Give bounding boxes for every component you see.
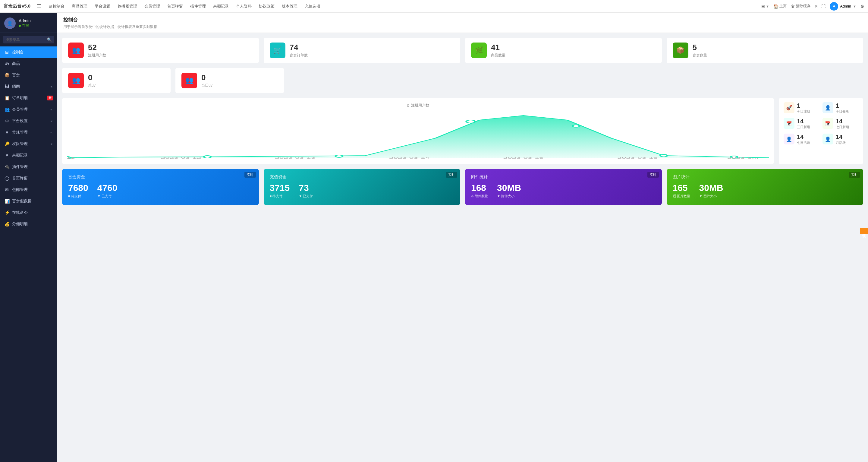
content-inner: 👥 52 注册用户数 🛒 74 盲盒订单数 🌿 41: [57, 38, 868, 210]
stats-row-1: 👥 52 注册用户数 🛒 74 盲盒订单数 🌿 41: [62, 38, 863, 63]
sidebar-item-mail[interactable]: ✉ 包邮管理: [0, 184, 57, 195]
7day-active-label: 七日活跃: [797, 141, 810, 145]
stat-card-total-uv: 👥 0 总uv: [62, 68, 170, 93]
nav-item-banner[interactable]: 轮播图管理: [115, 4, 140, 9]
photos-chevron-icon: ＜: [50, 84, 53, 89]
fullscreen-icon[interactable]: ⛶: [821, 4, 826, 9]
orders-stat-icon: 🛒: [270, 42, 285, 58]
copy-icon[interactable]: ⎘: [815, 4, 817, 9]
nav-item-dashboard[interactable]: ⊞控制台: [45, 4, 67, 9]
attachments-nums: 168 ⊕ 附件数量 30MB ▼ 附件大小: [471, 183, 656, 198]
top-navigation: 盲盒后台v5.0 ☰ ⊞控制台 商品管理 平台设置 轮播图管理 会员管理 首页弹…: [0, 0, 868, 13]
sidebar-item-plugins[interactable]: 🔌 插件管理: [0, 161, 57, 173]
nav-item-balance[interactable]: 余额记录: [210, 4, 232, 9]
registered-info: 52 注册用户数: [88, 43, 106, 58]
7day-new-num: 14: [836, 118, 849, 125]
stat-card-products: 🌿 41 商品数量: [465, 38, 662, 63]
members-chevron-icon: ＜: [50, 107, 53, 112]
sidebar: 👤 Admin 在线 🔍 ⊞ 控制台 🛍 商品 📦: [0, 13, 57, 462]
attachment-count: 168 ⊕ 附件数量: [471, 183, 488, 198]
blindbox-funds-nums: 7680 ■ 待支付 4760 ▼ 已支付: [68, 183, 253, 198]
registered-label: 注册用户数: [88, 53, 106, 58]
sidebar-item-platform[interactable]: ⚙ 平台设置 ＜: [0, 115, 57, 127]
stat-card-today-uv: 👥 0 当日uv: [176, 68, 284, 93]
sidebar-user-status: 在线: [19, 23, 31, 28]
nav-item-platform[interactable]: 平台设置: [92, 4, 113, 9]
sidebar-item-members[interactable]: 👥 会员管理 ＜: [0, 104, 57, 115]
today-login-icon: 👤: [823, 102, 833, 113]
products-num: 41: [491, 43, 505, 52]
attachments-title: 附件统计: [471, 174, 656, 180]
chart-section: 注册用户数: [62, 98, 863, 164]
sidebar-item-share[interactable]: 💰 分佣明细: [0, 218, 57, 230]
nav-item-popup[interactable]: 首页弹窗: [164, 4, 186, 9]
permissions-chevron-icon: ＜: [50, 142, 53, 146]
svg-text:2023-03-16: 2023-03-16: [617, 156, 658, 159]
7day-new-info: 14 七日新增: [836, 118, 849, 129]
svg-point-2: [336, 155, 342, 157]
sidebar-item-general[interactable]: ≡ 常规管理 ＜: [0, 127, 57, 138]
sidebar-item-balance[interactable]: ¥ 余额记录: [0, 150, 57, 161]
bottom-cards-row: 盲盒资金 实时 7680 ■ 待支付 4760 ▼ 已支付 充: [62, 169, 863, 205]
svg-point-5: [660, 154, 667, 157]
chart-svg-wrap: 3-11 2023-03-12 2023-03-13 2023-03-14 20…: [67, 111, 769, 159]
bottom-card-recharge-funds: 充值资金 实时 3715 ■ 待支付 73 ▼ 已支付: [264, 169, 461, 205]
online-icon: ⚡: [4, 210, 10, 215]
grid-view-icon[interactable]: ⊞ ▼: [761, 4, 769, 9]
stats-row-2: 👥 0 总uv 👥 0 当日uv: [62, 68, 863, 93]
sidebar-item-goods[interactable]: 🛍 商品: [0, 58, 57, 69]
platform-chevron-icon: ＜: [50, 119, 53, 123]
blindboxes-icon: 📦: [673, 42, 688, 58]
total-uv-info: 0 总uv: [88, 73, 96, 88]
7day-active-info: 14 七日活跃: [797, 134, 810, 145]
today-uv-num: 0: [201, 73, 213, 82]
feedback-float-tab[interactable]: 建议反馈: [860, 228, 868, 234]
sidebar-item-permissions[interactable]: 🔑 权限管理 ＜: [0, 138, 57, 150]
total-uv-num: 0: [88, 73, 96, 82]
sidebar-item-orders[interactable]: 📋 订单明细 新: [0, 92, 57, 104]
recharge-funds-paid: 73 ▼ 已支付: [299, 183, 313, 198]
nav-item-recharge[interactable]: 充值选项: [302, 4, 323, 9]
share-icon: 💰: [4, 222, 10, 227]
3day-new-num: 14: [797, 118, 810, 125]
images-title: 图片统计: [673, 174, 858, 180]
home-button[interactable]: 🏠 主页: [773, 4, 786, 9]
sidebar-item-dashboard[interactable]: ⊞ 控制台: [0, 47, 57, 58]
search-icon: 🔍: [47, 37, 52, 42]
nav-item-version[interactable]: 版本管理: [279, 4, 301, 9]
sidebar-item-online[interactable]: ⚡ 在线命令: [0, 207, 57, 218]
month-active-icon: 👤: [823, 134, 833, 144]
sidebar-item-popup[interactable]: ◯ 首页弹窗: [0, 173, 57, 184]
nav-item-goods[interactable]: 商品管理: [69, 4, 90, 9]
orders-new-badge: 新: [47, 95, 53, 100]
nav-item-policy[interactable]: 协议政策: [256, 4, 278, 9]
goods-icon: 🛍: [4, 61, 10, 66]
recharge-funds-badge: 实时: [446, 172, 457, 178]
status-dot-icon: [19, 25, 21, 27]
blindbox-funds-badge: 实时: [244, 172, 256, 178]
admin-user-menu[interactable]: A Admin ▼: [830, 2, 856, 10]
sidebar-search-box[interactable]: 🔍: [3, 36, 54, 44]
chart-title: 注册用户数: [67, 103, 769, 108]
nav-item-plugins[interactable]: 插件管理: [187, 4, 209, 9]
7day-new-icon: 📅: [823, 118, 833, 129]
registered-num: 52: [88, 43, 106, 52]
menu-toggle-icon[interactable]: ☰: [36, 3, 41, 10]
chart-title-dot: [407, 104, 409, 107]
search-input[interactable]: [5, 38, 45, 42]
today-login-info: 1 今日登录: [836, 102, 849, 114]
user-stat-7day-active: 👤 14 七日活跃: [784, 134, 819, 145]
sidebar-item-blinddata[interactable]: 📊 盲盒假数据: [0, 195, 57, 207]
registered-icon: 👥: [68, 42, 84, 58]
platform-icon: ⚙: [4, 118, 10, 123]
blindbox-funds-title: 盲盒资金: [68, 174, 253, 180]
nav-item-members[interactable]: 会员管理: [141, 4, 163, 9]
sidebar-item-blindbox[interactable]: 📦 盲盒: [0, 69, 57, 81]
blinddata-icon: 📊: [4, 199, 10, 204]
sidebar-item-photos[interactable]: 🖼 晒图 ＜: [0, 81, 57, 92]
settings-icon[interactable]: ⚙: [861, 4, 864, 9]
today-register-info: 1 今日注册: [797, 102, 810, 114]
nav-item-profile[interactable]: 个人资料: [233, 4, 255, 9]
clear-cache-button[interactable]: 🗑 清除缓存: [791, 4, 810, 9]
content-area: 控制台 用于展示当前系统中的统计数据、统计报表及重要实时数据 👥 52 注册用户…: [57, 13, 868, 462]
